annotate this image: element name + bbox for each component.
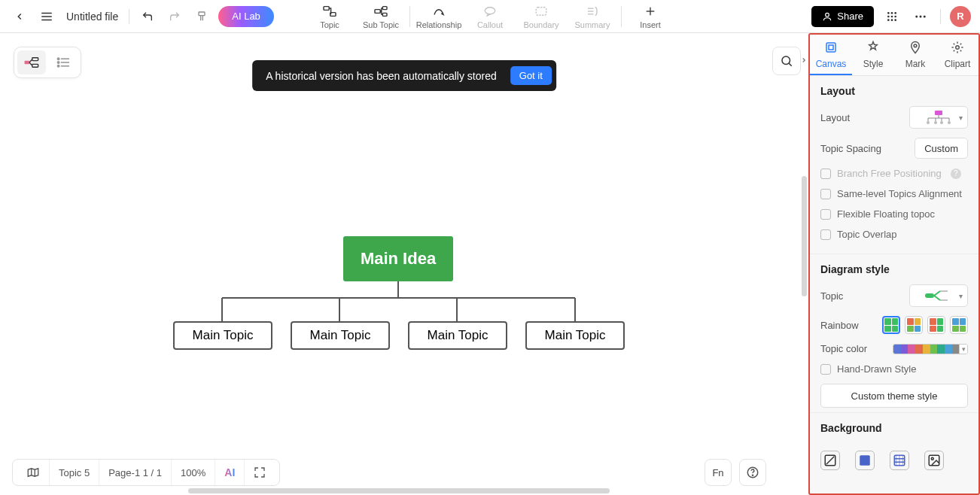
check-hand-drawn-label: Hand-Drawn Style bbox=[837, 363, 917, 375]
svg-rect-68 bbox=[925, 293, 934, 298]
info-icon: ? bbox=[951, 169, 961, 179]
checkbox-icon bbox=[820, 229, 831, 240]
fullscreen-button[interactable] bbox=[245, 460, 275, 485]
svg-point-16 bbox=[826, 13, 829, 17]
redo-button[interactable] bbox=[164, 6, 185, 27]
bg-none-icon bbox=[823, 454, 837, 467]
grid-icon bbox=[886, 11, 898, 23]
mindmap-child-node[interactable]: Main Topic bbox=[291, 321, 390, 350]
avatar-initial: R bbox=[957, 11, 963, 22]
svg-point-64 bbox=[927, 121, 930, 124]
vertical-scrollbar[interactable] bbox=[802, 176, 807, 296]
tab-style[interactable]: Style bbox=[852, 35, 894, 75]
tab-mark[interactable]: Mark bbox=[894, 35, 936, 75]
bg-option-solid[interactable] bbox=[855, 451, 875, 470]
divider bbox=[129, 9, 129, 24]
svg-rect-8 bbox=[382, 13, 387, 16]
check-topic-overlap[interactable]: Topic Overlap bbox=[820, 229, 968, 240]
ai-button[interactable]: AI bbox=[215, 460, 245, 485]
tab-canvas[interactable]: Canvas bbox=[810, 35, 852, 75]
mindmap-child-node[interactable]: Main Topic bbox=[408, 321, 507, 350]
check-topic-overlap-label: Topic Overlap bbox=[837, 229, 896, 240]
check-same-level[interactable]: Same-level Topics Alignment bbox=[820, 188, 968, 199]
svg-point-67 bbox=[948, 121, 951, 124]
bg-option-none[interactable] bbox=[820, 451, 840, 470]
format-painter-button[interactable] bbox=[191, 6, 212, 27]
svg-rect-82 bbox=[929, 455, 939, 466]
mindmap-child-node[interactable]: Main Topic bbox=[525, 321, 625, 350]
check-hand-drawn[interactable]: Hand-Drawn Style bbox=[820, 363, 968, 375]
search-button[interactable] bbox=[772, 47, 801, 75]
svg-rect-6 bbox=[375, 9, 380, 13]
share-label: Share bbox=[837, 11, 863, 22]
tool-boundary-label: Boundary bbox=[523, 20, 558, 29]
bg-option-image[interactable] bbox=[924, 451, 944, 470]
mindmap-child-node[interactable]: Main Topic bbox=[173, 321, 272, 350]
bg-option-pattern[interactable] bbox=[890, 451, 909, 470]
checkbox-icon bbox=[820, 364, 831, 375]
tool-subtopic-label: Sub Topic bbox=[363, 20, 399, 29]
chevron-down-icon: ▾ bbox=[959, 292, 963, 300]
section-heading-background: Background bbox=[820, 422, 968, 434]
rainbow-swatch-3[interactable] bbox=[927, 316, 945, 334]
fn-button[interactable]: Fn bbox=[705, 459, 732, 486]
tab-mark-label: Mark bbox=[905, 59, 926, 69]
view-mindmap-button[interactable] bbox=[17, 50, 46, 74]
svg-line-70 bbox=[934, 296, 940, 300]
svg-point-25 bbox=[894, 19, 896, 21]
page-indicator[interactable]: Page-1 1 / 1 bbox=[99, 460, 172, 485]
svg-point-27 bbox=[920, 15, 922, 17]
undo-button[interactable] bbox=[137, 6, 158, 27]
mindmap-root-node[interactable]: Main Idea bbox=[343, 236, 453, 281]
tool-insert[interactable]: Insert bbox=[625, 4, 676, 29]
apps-button[interactable] bbox=[881, 6, 902, 27]
topic-spacing-button[interactable]: Custom bbox=[915, 138, 968, 159]
boundary-icon bbox=[534, 4, 548, 19]
bg-pattern-icon bbox=[893, 454, 906, 467]
tool-topic[interactable]: Topic bbox=[304, 4, 355, 29]
checkbox-icon bbox=[820, 169, 831, 179]
panel-toggle-button[interactable] bbox=[798, 51, 808, 69]
share-button[interactable]: Share bbox=[811, 6, 874, 27]
ai-lab-button[interactable]: AI Lab bbox=[218, 6, 274, 27]
svg-point-28 bbox=[924, 15, 926, 17]
tool-boundary[interactable]: Boundary bbox=[516, 4, 567, 29]
user-avatar[interactable]: R bbox=[950, 6, 971, 27]
topic-color-select[interactable]: ▾ bbox=[893, 344, 968, 354]
plus-icon bbox=[644, 4, 656, 19]
layout-select[interactable]: ▾ bbox=[909, 106, 968, 129]
tool-relationship[interactable]: Relationship bbox=[413, 4, 464, 29]
svg-point-17 bbox=[887, 12, 890, 14]
check-flex-float[interactable]: Flexible Floating topoc bbox=[820, 208, 968, 220]
tool-subtopic[interactable]: Sub Topic bbox=[355, 4, 406, 29]
custom-theme-button[interactable]: Custom theme style bbox=[820, 384, 968, 408]
topic-count[interactable]: Topic 5 bbox=[50, 460, 99, 485]
help-button[interactable] bbox=[739, 459, 766, 486]
divider bbox=[940, 9, 941, 24]
file-title[interactable]: Untitled file bbox=[63, 11, 121, 23]
toast-gotit-button[interactable]: Got it bbox=[510, 66, 552, 85]
rainbow-swatch-4[interactable] bbox=[950, 316, 968, 334]
back-button[interactable] bbox=[9, 6, 30, 27]
summary-icon bbox=[586, 4, 599, 19]
rainbow-label: Rainbow bbox=[820, 320, 859, 331]
view-outline-button[interactable] bbox=[49, 50, 78, 74]
check-branch-free[interactable]: Branch Free Positioning ? bbox=[820, 168, 968, 179]
canvas[interactable]: A historical version has been automatica… bbox=[0, 33, 808, 495]
tool-summary[interactable]: Summary bbox=[567, 4, 618, 29]
bg-solid-icon bbox=[858, 454, 872, 467]
rainbow-swatch-1[interactable] bbox=[882, 316, 900, 334]
zoom-level[interactable]: 100% bbox=[172, 460, 215, 485]
menu-button[interactable] bbox=[36, 6, 57, 27]
map-overview-button[interactable] bbox=[17, 460, 50, 485]
tool-callout[interactable]: Callout bbox=[464, 4, 516, 29]
topic-style-icon bbox=[922, 288, 955, 303]
horizontal-scrollbar[interactable] bbox=[188, 488, 610, 493]
tab-clipart[interactable]: Clipart bbox=[936, 35, 978, 75]
diagram-topic-select[interactable]: ▾ bbox=[909, 284, 968, 307]
more-button[interactable] bbox=[910, 6, 931, 27]
svg-rect-57 bbox=[935, 111, 942, 115]
rainbow-swatch-2[interactable] bbox=[905, 316, 923, 334]
map-icon bbox=[26, 466, 40, 478]
status-bar: Topic 5 Page-1 1 / 1 100% AI Fn bbox=[12, 459, 766, 486]
